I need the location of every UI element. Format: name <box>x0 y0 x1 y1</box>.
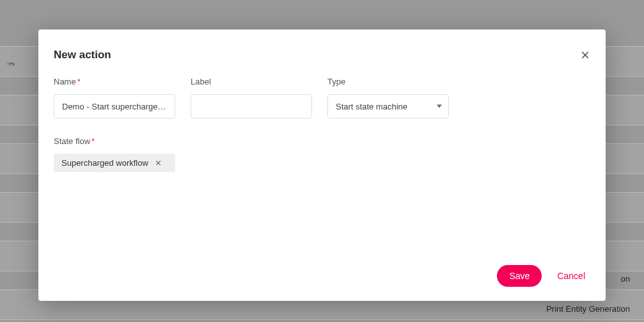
type-select[interactable]: Start state machine <box>327 94 449 118</box>
state-flow-label: State flow* <box>54 136 175 146</box>
chevron-down-icon <box>437 105 442 108</box>
label-field-group: Label <box>191 77 312 118</box>
label-label-text: Label <box>191 77 211 86</box>
label-label: Label <box>191 77 312 86</box>
state-flow-label-text: State flow <box>54 136 90 146</box>
name-input[interactable] <box>54 94 175 118</box>
type-selected-value: Start state machine <box>336 102 407 111</box>
label-input[interactable] <box>191 94 312 118</box>
type-label: Type <box>327 77 449 86</box>
modal-title: New action <box>54 49 590 61</box>
type-label-text: Type <box>327 77 345 86</box>
chip-remove-icon[interactable] <box>155 159 162 166</box>
name-label-text: Name <box>54 77 76 86</box>
name-field-group: Name* <box>54 77 175 118</box>
state-flow-field-group: State flow* Supercharged workflow <box>54 136 175 172</box>
cancel-button[interactable]: Cancel <box>554 265 588 287</box>
form-row-2: State flow* Supercharged workflow <box>54 136 590 172</box>
type-field-group: Type Start state machine <box>327 77 449 118</box>
modal-header: New action <box>38 29 606 68</box>
save-button[interactable]: Save <box>497 265 542 287</box>
modal-body: Name* Label Type Start state machine <box>38 68 606 255</box>
close-icon[interactable] <box>577 47 593 63</box>
required-asterisk: * <box>77 77 81 86</box>
bg-item-bottom: Print Entity Generation <box>546 304 630 314</box>
modal-footer: Save Cancel <box>38 255 606 301</box>
form-row-1: Name* Label Type Start state machine <box>54 77 590 118</box>
chip-label: Supercharged workflow <box>61 158 148 168</box>
bg-item-partial: on <box>621 274 630 284</box>
required-asterisk: * <box>91 136 95 146</box>
new-action-modal: New action Name* Label Type <box>38 29 606 301</box>
name-label: Name* <box>54 77 175 86</box>
state-flow-chip[interactable]: Supercharged workflow <box>54 154 175 172</box>
